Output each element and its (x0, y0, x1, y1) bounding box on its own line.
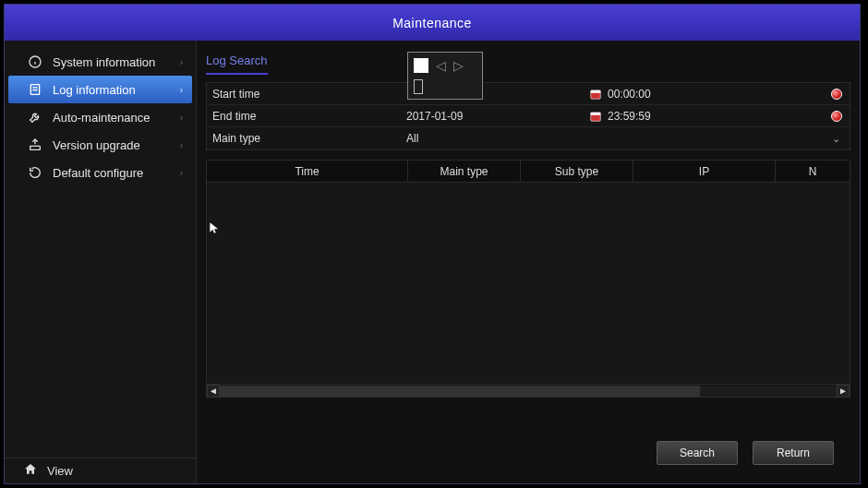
col-sub-type: Sub type (521, 161, 633, 182)
svg-rect-10 (591, 112, 601, 114)
wrench-icon (27, 109, 43, 125)
maintenance-window: Maintenance System information › Log inf… (4, 4, 861, 484)
start-time-value: 00:00:00 (608, 88, 651, 101)
sidebar-list: System information › Log information › A… (5, 41, 196, 186)
col-time: Time (207, 161, 408, 182)
main-panel: Log Search Start time 00:00:00 (197, 41, 860, 483)
tabs: Log Search (197, 41, 860, 75)
page-title: Maintenance (392, 16, 472, 30)
start-time-label: Start time (212, 88, 406, 101)
chevron-right-icon: › (180, 140, 183, 150)
return-button[interactable]: Return (753, 441, 834, 465)
main-type-select[interactable]: All (406, 132, 418, 145)
svg-rect-6 (30, 146, 41, 149)
col-last: N (776, 161, 850, 182)
playback-float-panel[interactable]: ◁ ▷ (407, 52, 483, 100)
col-ip: IP (633, 161, 776, 182)
main-type-label: Main type (212, 132, 406, 145)
search-button[interactable]: Search (657, 441, 738, 465)
scroll-track[interactable] (220, 386, 837, 397)
calendar-icon[interactable] (589, 110, 602, 123)
log-table: Time Main type Sub type IP N ◄ ► (206, 160, 850, 398)
sidebar-item-label: System information (53, 55, 155, 69)
scroll-left-button[interactable]: ◄ (207, 385, 220, 398)
chevron-down-icon: ⌄ (832, 133, 840, 145)
svg-rect-8 (591, 89, 601, 92)
end-date-value: 2017-01-09 (406, 110, 463, 123)
sidebar-item-system-information[interactable]: System information › (8, 48, 192, 76)
sidebar-item-default-configure[interactable]: Default configure › (8, 159, 192, 186)
calendar-icon[interactable] (589, 88, 602, 101)
upgrade-icon (27, 137, 43, 153)
body: System information › Log information › A… (5, 41, 860, 483)
cursor-icon (208, 221, 221, 234)
tab-log-search[interactable]: Log Search (206, 54, 268, 75)
row-start-time: Start time 00:00:00 (207, 83, 850, 105)
sidebar-item-log-information[interactable]: Log information › (8, 76, 192, 103)
sidebar-item-auto-maintenance[interactable]: Auto-maintenance › (8, 103, 192, 131)
chevron-right-icon: › (180, 168, 183, 178)
reset-icon (27, 164, 43, 181)
sidebar-bottom-label: View (47, 464, 73, 478)
record-icon[interactable] (831, 89, 842, 100)
sidebar-bottom-view[interactable]: View (5, 458, 196, 483)
sidebar-item-label: Log information (53, 83, 136, 97)
table-body (207, 183, 850, 384)
sidebar-item-label: Default configure (53, 166, 143, 180)
prev-icon[interactable]: ◁ (436, 58, 446, 73)
table-header: Time Main type Sub type IP N (207, 161, 850, 183)
end-time-value: 23:59:59 (608, 110, 651, 123)
info-icon (27, 54, 43, 70)
next-icon[interactable]: ▷ (453, 58, 464, 73)
filter-panel: Start time 00:00:00 End time (206, 82, 850, 150)
sidebar-item-version-upgrade[interactable]: Version upgrade › (8, 131, 192, 159)
scroll-thumb[interactable] (220, 386, 700, 397)
stop-icon[interactable] (414, 58, 428, 73)
log-icon (27, 81, 43, 98)
sidebar-item-label: Auto-maintenance (53, 111, 151, 125)
sidebar-item-label: Version upgrade (53, 138, 140, 152)
scroll-right-button[interactable]: ► (837, 385, 850, 398)
col-main-type: Main type (408, 161, 521, 182)
home-icon (23, 462, 38, 480)
chevron-right-icon: › (180, 57, 183, 67)
record-icon[interactable] (831, 111, 842, 122)
row-main-type: Main type All ⌄ (207, 127, 850, 149)
sidebar: System information › Log information › A… (5, 41, 197, 483)
chevron-right-icon: › (180, 85, 183, 95)
box-icon[interactable] (414, 79, 423, 94)
start-time-input[interactable]: 00:00:00 (608, 88, 651, 101)
footer: Search Return (197, 426, 860, 483)
end-time-label: End time (212, 110, 406, 123)
titlebar: Maintenance (5, 5, 860, 41)
end-date-input[interactable]: 2017-01-09 (406, 110, 589, 123)
chevron-right-icon: › (180, 113, 183, 123)
end-time-input[interactable]: 23:59:59 (608, 110, 651, 123)
horizontal-scrollbar[interactable]: ◄ ► (207, 384, 850, 397)
row-end-time: End time 2017-01-09 23:59:59 (207, 105, 850, 127)
